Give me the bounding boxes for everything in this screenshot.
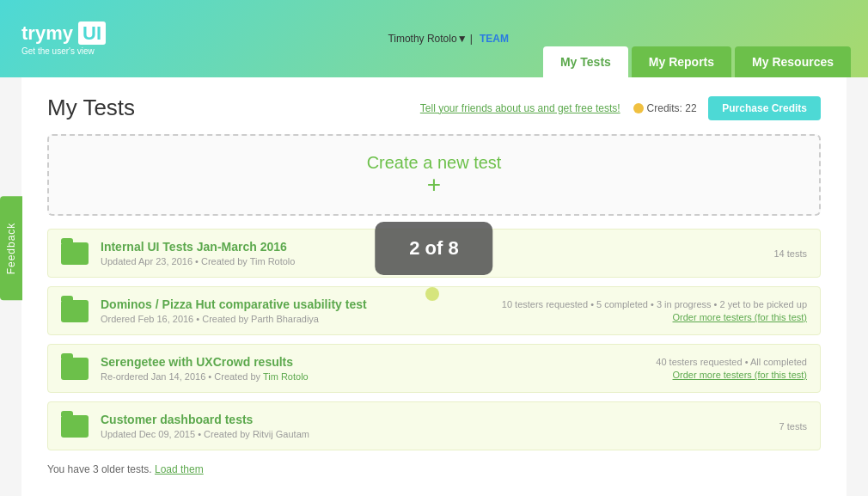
test-info-1: Dominos / Pizza Hut comparative usabilit… <box>101 297 502 324</box>
test-item-2: Serengetee with UXCrowd results Re-order… <box>47 344 821 393</box>
test-meta-3: Updated Dec 09, 2015 • Created by Ritvij… <box>101 429 779 439</box>
team-link[interactable]: TEAM <box>480 33 509 45</box>
test-status-1: 10 testers requested • 5 completed • 3 i… <box>502 299 807 322</box>
test-status-text-1: 10 testers requested • 5 completed • 3 i… <box>502 299 807 309</box>
tell-friends-link[interactable]: Tell your friends about us and get free … <box>420 102 620 114</box>
test-status-3: 7 tests <box>779 421 807 432</box>
credit-coin-icon <box>633 103 644 113</box>
credits-area: Credits: 22 <box>633 102 697 114</box>
logo-ui: UI <box>78 21 106 45</box>
folder-icon-0 <box>61 242 89 265</box>
tab-my-resources[interactable]: My Resources <box>735 46 851 77</box>
test-list: Internal UI Tests Jan-March 2016 Updated… <box>47 229 821 450</box>
logo-my: my <box>46 22 73 44</box>
test-count-0: 14 tests <box>773 248 807 259</box>
test-status-0: 14 tests <box>773 248 807 259</box>
test-count-3: 7 tests <box>779 421 807 432</box>
main-content: My Tests Tell your friends about us and … <box>21 77 847 496</box>
page-title: My Tests <box>47 95 420 121</box>
test-meta-0: Updated Apr 23, 2016 • Created by Tim Ro… <box>101 256 773 266</box>
user-name: Timothy Rotolo <box>388 33 456 45</box>
test-meta-2: Re-ordered Jan 14, 2016 • Created by Tim… <box>101 371 656 382</box>
logo: trymy UI Get the user's view <box>0 0 127 77</box>
credits-label: Credits: <box>647 102 682 114</box>
test-item-0: Internal UI Tests Jan-March 2016 Updated… <box>47 229 821 278</box>
logo-try: try <box>21 22 46 44</box>
test-status-text-2: 40 testers requested • All completed <box>656 357 807 367</box>
test-info-0: Internal UI Tests Jan-March 2016 Updated… <box>101 240 773 266</box>
logo-tagline: Get the user's view <box>21 46 106 56</box>
header-nav: My Tests My Reports My Resources <box>526 0 868 77</box>
tab-my-tests[interactable]: My Tests <box>543 46 628 77</box>
test-title-0[interactable]: Internal UI Tests Jan-March 2016 <box>101 240 287 254</box>
credits-value: 22 <box>685 102 696 114</box>
older-tests-text: You have 3 older tests. <box>47 463 152 475</box>
test-item-1: Dominos / Pizza Hut comparative usabilit… <box>47 286 821 335</box>
test-title-2[interactable]: Serengetee with UXCrowd results <box>101 355 293 369</box>
folder-icon-1 <box>61 300 89 322</box>
header: trymy UI Get the user's view Timothy Rot… <box>0 0 868 77</box>
page-header: My Tests Tell your friends about us and … <box>47 95 821 121</box>
test-meta-creator-2[interactable]: Tim Rotolo <box>263 371 309 382</box>
test-info-3: Customer dashboard tests Updated Dec 09,… <box>101 413 779 439</box>
test-meta-1: Ordered Feb 16, 2016 • Created by Parth … <box>101 314 502 324</box>
test-title-text-2: Serengetee with UXCrowd results <box>101 355 293 369</box>
tab-my-reports[interactable]: My Reports <box>632 46 731 77</box>
header-user: Timothy Rotolo ▼ | TEAM <box>370 24 526 53</box>
test-info-2: Serengetee with UXCrowd results Re-order… <box>101 355 656 382</box>
purchase-credits-button[interactable]: Purchase Credits <box>708 96 821 120</box>
order-more-2[interactable]: Order more testers (for this test) <box>656 370 807 380</box>
folder-icon-3 <box>61 415 89 438</box>
create-new-test-box[interactable]: Create a new test + <box>47 134 821 216</box>
test-title-1[interactable]: Dominos / Pizza Hut comparative usabilit… <box>101 297 367 311</box>
test-item-3: Customer dashboard tests Updated Dec 09,… <box>47 401 821 450</box>
logo-text: trymy UI <box>21 22 106 45</box>
test-title-3[interactable]: Customer dashboard tests <box>101 413 253 426</box>
order-more-1[interactable]: Order more testers (for this test) <box>502 312 807 322</box>
feedback-tab[interactable]: Feedback <box>0 196 22 300</box>
folder-icon-2 <box>61 358 89 380</box>
older-tests: You have 3 older tests. Load them <box>47 463 821 475</box>
load-them-link[interactable]: Load them <box>155 463 204 475</box>
test-status-2: 40 testers requested • All completed Ord… <box>656 357 807 380</box>
create-new-test-label: Create a new test <box>66 153 802 173</box>
create-new-test-plus: + <box>66 173 802 197</box>
